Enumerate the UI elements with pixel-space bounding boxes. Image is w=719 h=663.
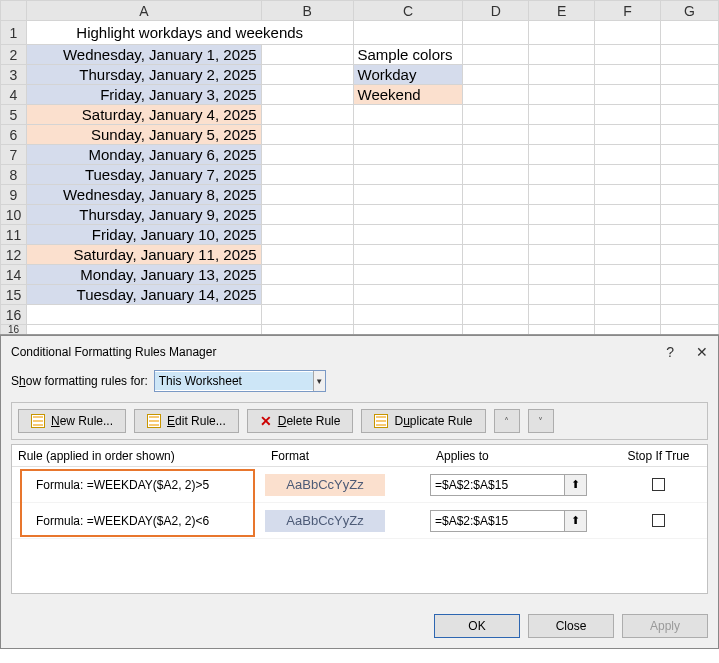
- cell[interactable]: [661, 45, 719, 65]
- cell[interactable]: [463, 225, 529, 245]
- row-header[interactable]: 12: [1, 245, 27, 265]
- cell[interactable]: [661, 305, 719, 325]
- cell[interactable]: [529, 65, 595, 85]
- cell[interactable]: [661, 245, 719, 265]
- cell[interactable]: [529, 305, 595, 325]
- stop-if-true-checkbox[interactable]: [652, 514, 665, 527]
- cell[interactable]: [529, 21, 595, 45]
- cell[interactable]: [463, 205, 529, 225]
- row-header[interactable]: 6: [1, 125, 27, 145]
- row-header[interactable]: 11: [1, 225, 27, 245]
- chevron-down-icon[interactable]: ▼: [313, 371, 325, 391]
- cell[interactable]: [529, 165, 595, 185]
- col-header[interactable]: D: [463, 1, 529, 21]
- cell[interactable]: [661, 225, 719, 245]
- cell[interactable]: [353, 225, 463, 245]
- cell[interactable]: [661, 145, 719, 165]
- row-header[interactable]: 2: [1, 45, 27, 65]
- cell[interactable]: Tuesday, January 7, 2025: [26, 165, 261, 185]
- cell[interactable]: [595, 285, 661, 305]
- row-header[interactable]: 10: [1, 205, 27, 225]
- cell[interactable]: [529, 45, 595, 65]
- cell[interactable]: [529, 105, 595, 125]
- spreadsheet-grid[interactable]: A B C D E F G 1Highlight workdays and we…: [0, 0, 719, 335]
- cell[interactable]: Saturday, January 4, 2025: [26, 105, 261, 125]
- cell[interactable]: [595, 225, 661, 245]
- cell[interactable]: [261, 305, 353, 325]
- cell[interactable]: [261, 145, 353, 165]
- cell[interactable]: [261, 265, 353, 285]
- cell[interactable]: Thursday, January 9, 2025: [26, 205, 261, 225]
- col-header[interactable]: B: [261, 1, 353, 21]
- cell[interactable]: [353, 165, 463, 185]
- cell[interactable]: [595, 165, 661, 185]
- cell[interactable]: Monday, January 13, 2025: [26, 265, 261, 285]
- row-header[interactable]: 5: [1, 105, 27, 125]
- cell[interactable]: [661, 21, 719, 45]
- cell[interactable]: [463, 145, 529, 165]
- cell[interactable]: [595, 105, 661, 125]
- cell[interactable]: [353, 245, 463, 265]
- move-down-button[interactable]: ˅: [528, 409, 554, 433]
- cell[interactable]: [529, 85, 595, 105]
- row-header[interactable]: 3: [1, 65, 27, 85]
- cell[interactable]: [261, 245, 353, 265]
- row-header[interactable]: 16: [1, 305, 27, 325]
- new-rule-button[interactable]: New Rule...: [18, 409, 126, 433]
- cell[interactable]: [661, 185, 719, 205]
- col-header[interactable]: A: [26, 1, 261, 21]
- help-button[interactable]: ?: [666, 344, 674, 360]
- cell[interactable]: [463, 21, 529, 45]
- move-up-button[interactable]: ˄: [494, 409, 520, 433]
- cell[interactable]: [261, 45, 353, 65]
- cell[interactable]: Monday, January 6, 2025: [26, 145, 261, 165]
- cell[interactable]: [595, 85, 661, 105]
- cell[interactable]: [463, 125, 529, 145]
- cell[interactable]: [353, 105, 463, 125]
- cell[interactable]: [463, 265, 529, 285]
- col-header[interactable]: G: [661, 1, 719, 21]
- cell[interactable]: [261, 285, 353, 305]
- scope-combo-input[interactable]: [155, 372, 313, 390]
- cell[interactable]: [661, 205, 719, 225]
- cell[interactable]: Sunday, January 5, 2025: [26, 125, 261, 145]
- cell[interactable]: [353, 265, 463, 285]
- row-header[interactable]: 7: [1, 145, 27, 165]
- cell[interactable]: [261, 85, 353, 105]
- cell[interactable]: [595, 265, 661, 285]
- cell[interactable]: [463, 65, 529, 85]
- cell[interactable]: [661, 165, 719, 185]
- cell[interactable]: [529, 285, 595, 305]
- dialog-titlebar[interactable]: Conditional Formatting Rules Manager ? ✕: [1, 336, 718, 366]
- row-header[interactable]: 9: [1, 185, 27, 205]
- cell[interactable]: [261, 225, 353, 245]
- cell[interactable]: [261, 205, 353, 225]
- cell[interactable]: [595, 45, 661, 65]
- cell[interactable]: [595, 245, 661, 265]
- cell[interactable]: [463, 305, 529, 325]
- col-header[interactable]: C: [353, 1, 463, 21]
- cell[interactable]: [353, 285, 463, 305]
- duplicate-rule-button[interactable]: Duplicate Rule: [361, 409, 485, 433]
- cell[interactable]: [529, 145, 595, 165]
- cell[interactable]: [261, 105, 353, 125]
- cell[interactable]: [529, 265, 595, 285]
- cell[interactable]: [353, 125, 463, 145]
- scope-combo[interactable]: ▼: [154, 370, 326, 392]
- cell[interactable]: [353, 305, 463, 325]
- cell[interactable]: Sample colors: [353, 45, 463, 65]
- cell[interactable]: [529, 245, 595, 265]
- cell[interactable]: Highlight workdays and weekends: [26, 21, 353, 45]
- cell[interactable]: [463, 105, 529, 125]
- rule-row[interactable]: Formula: =WEEKDAY($A2, 2)>5AaBbCcYyZz⬆: [12, 467, 707, 503]
- close-icon[interactable]: ✕: [696, 344, 708, 360]
- cell[interactable]: [529, 125, 595, 145]
- cell[interactable]: [661, 285, 719, 305]
- cell[interactable]: [595, 65, 661, 85]
- cell[interactable]: [261, 165, 353, 185]
- cell[interactable]: Friday, January 3, 2025: [26, 85, 261, 105]
- cell[interactable]: Friday, January 10, 2025: [26, 225, 261, 245]
- cell[interactable]: [595, 145, 661, 165]
- cell[interactable]: [353, 185, 463, 205]
- cell[interactable]: [661, 65, 719, 85]
